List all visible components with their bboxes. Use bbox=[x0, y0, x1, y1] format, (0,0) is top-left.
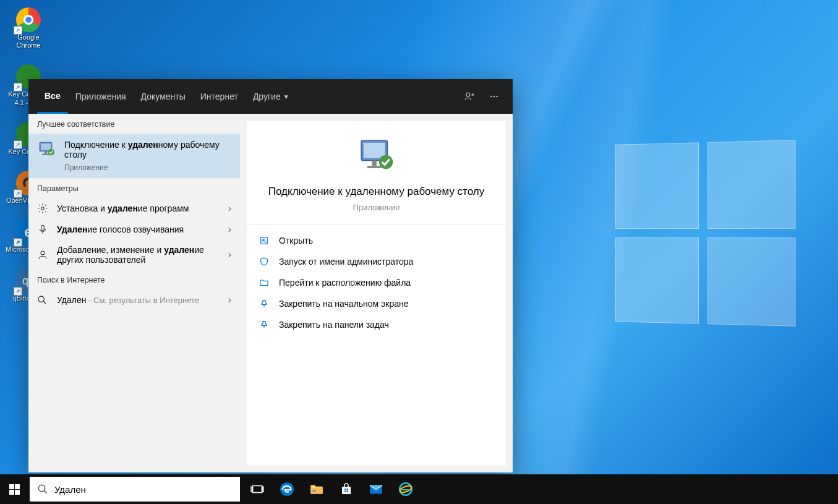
section-web: Поиск в Интернете bbox=[28, 270, 240, 289]
search-icon bbox=[37, 484, 48, 495]
shortcut-arrow-icon: ↗ bbox=[14, 83, 22, 92]
feedback-icon[interactable] bbox=[460, 87, 479, 106]
setting-item-users[interactable]: Добавление, изменение и удаление других … bbox=[28, 240, 240, 270]
svg-point-12 bbox=[38, 296, 44, 302]
action-label: Закрепить на панели задач bbox=[279, 320, 389, 330]
best-match-item[interactable]: Подключение к удаленному рабочему столу … bbox=[28, 134, 240, 178]
search-input[interactable] bbox=[54, 484, 233, 495]
svg-rect-5 bbox=[41, 143, 51, 150]
chevron-down-icon: ▼ bbox=[283, 93, 289, 100]
wallpaper-windows-logo bbox=[615, 140, 795, 327]
more-options-icon[interactable] bbox=[484, 87, 504, 106]
search-panel: Все Приложения Документы Интернет Другие… bbox=[28, 79, 513, 472]
setting-item-voices[interactable]: Удаление голосов озвучивания › bbox=[28, 219, 240, 240]
action-label: Запуск от имени администратора bbox=[279, 257, 413, 267]
result-list: Лучшее соответствие Подключение к удален… bbox=[28, 114, 240, 472]
setting-label: Добавление, изменение и удаление других … bbox=[57, 245, 221, 265]
svg-rect-28 bbox=[344, 491, 346, 493]
preview-title: Подключение к удаленному рабочему столу bbox=[259, 184, 494, 199]
tab-internet[interactable]: Интернет bbox=[193, 79, 246, 114]
setting-label: Удаление голосов озвучивания bbox=[57, 224, 221, 234]
action-label: Открыть bbox=[279, 236, 313, 246]
tab-apps[interactable]: Приложения bbox=[68, 79, 134, 114]
user-icon bbox=[37, 249, 49, 260]
svg-point-1 bbox=[490, 96, 492, 97]
taskbar-explorer-icon[interactable] bbox=[302, 474, 331, 504]
remote-desktop-icon bbox=[37, 140, 57, 160]
shortcut-arrow-icon: ↗ bbox=[14, 26, 22, 35]
svg-rect-24 bbox=[310, 488, 323, 494]
web-search-label: Удален - См. результаты в Интернете bbox=[57, 295, 221, 305]
pin-icon bbox=[259, 320, 270, 330]
shortcut-arrow-icon: ↗ bbox=[14, 287, 22, 296]
svg-rect-14 bbox=[363, 143, 385, 158]
gear-icon bbox=[37, 203, 49, 214]
taskbar-edge-icon[interactable] bbox=[272, 474, 302, 504]
action-pin-taskbar[interactable]: Закрепить на панели задач bbox=[247, 314, 506, 335]
best-match-subtitle: Приложение bbox=[64, 163, 231, 172]
taskbar-ie-icon[interactable] bbox=[391, 474, 421, 504]
svg-point-11 bbox=[41, 251, 45, 255]
microphone-icon bbox=[37, 224, 49, 235]
svg-rect-10 bbox=[41, 225, 45, 230]
search-icon bbox=[37, 295, 49, 305]
chevron-right-icon: › bbox=[228, 294, 231, 305]
taskbar-store-icon[interactable] bbox=[331, 474, 361, 504]
action-pin-start[interactable]: Закрепить на начальном экране bbox=[247, 293, 506, 314]
search-tabs: Все Приложения Документы Интернет Другие… bbox=[37, 79, 455, 114]
windows-logo-icon bbox=[9, 484, 20, 495]
action-label: Перейти к расположению файла bbox=[279, 278, 411, 288]
svg-rect-20 bbox=[252, 486, 263, 493]
action-run-admin[interactable]: Запуск от имени администратора bbox=[247, 251, 506, 272]
taskbar bbox=[0, 474, 838, 504]
chevron-right-icon: › bbox=[228, 203, 231, 214]
svg-point-8 bbox=[48, 149, 54, 156]
svg-rect-15 bbox=[372, 161, 377, 166]
desktop-icon-label: Google Chrome bbox=[5, 33, 52, 49]
desktop-icon-chrome[interactable]: ↗ Google Chrome bbox=[5, 7, 52, 49]
tab-documents[interactable]: Документы bbox=[134, 79, 193, 114]
svg-rect-7 bbox=[42, 154, 49, 155]
shield-icon bbox=[259, 257, 270, 267]
svg-rect-6 bbox=[45, 152, 47, 154]
setting-label: Установка и удаление программ bbox=[57, 203, 221, 213]
shortcut-arrow-icon: ↗ bbox=[14, 189, 22, 198]
tab-more[interactable]: Другие▼ bbox=[246, 79, 297, 114]
svg-rect-27 bbox=[347, 489, 349, 490]
action-open[interactable]: Открыть bbox=[247, 230, 506, 251]
start-button[interactable] bbox=[0, 474, 28, 504]
section-best-match: Лучшее соответствие bbox=[28, 114, 240, 134]
svg-point-3 bbox=[496, 96, 497, 97]
task-view-button[interactable] bbox=[242, 474, 272, 504]
remote-desktop-icon bbox=[358, 137, 395, 174]
action-label: Закрепить на начальном экране bbox=[279, 299, 409, 309]
chevron-right-icon: › bbox=[228, 249, 231, 260]
svg-point-9 bbox=[41, 207, 45, 210]
svg-point-19 bbox=[38, 485, 45, 492]
web-search-item[interactable]: Удален - См. результаты в Интернете › bbox=[28, 289, 240, 310]
shortcut-arrow-icon: ↗ bbox=[14, 238, 22, 247]
preview-subtitle: Приложение bbox=[259, 203, 494, 212]
svg-point-2 bbox=[494, 96, 495, 97]
svg-rect-16 bbox=[367, 166, 382, 168]
taskbar-mail-icon[interactable] bbox=[361, 474, 391, 504]
open-icon bbox=[259, 236, 270, 246]
best-match-title: Подключение к удаленному рабочему столу bbox=[64, 140, 231, 160]
svg-rect-25 bbox=[313, 490, 316, 492]
preview-pane: Подключение к удаленному рабочему столу … bbox=[240, 114, 513, 472]
shortcut-arrow-icon: ↗ bbox=[14, 140, 22, 149]
folder-icon bbox=[259, 278, 270, 288]
tab-all[interactable]: Все bbox=[37, 79, 68, 114]
setting-item-programs[interactable]: Установка и удаление программ › bbox=[28, 198, 240, 219]
pin-icon bbox=[259, 299, 270, 309]
section-settings: Параметры bbox=[28, 178, 240, 198]
svg-point-0 bbox=[466, 93, 470, 96]
svg-rect-26 bbox=[344, 489, 346, 490]
chevron-right-icon: › bbox=[228, 224, 231, 235]
svg-rect-29 bbox=[347, 491, 349, 493]
taskbar-searchbox[interactable] bbox=[30, 477, 240, 502]
action-file-location[interactable]: Перейти к расположению файла bbox=[247, 272, 506, 293]
search-header: Все Приложения Документы Интернет Другие… bbox=[28, 79, 513, 114]
